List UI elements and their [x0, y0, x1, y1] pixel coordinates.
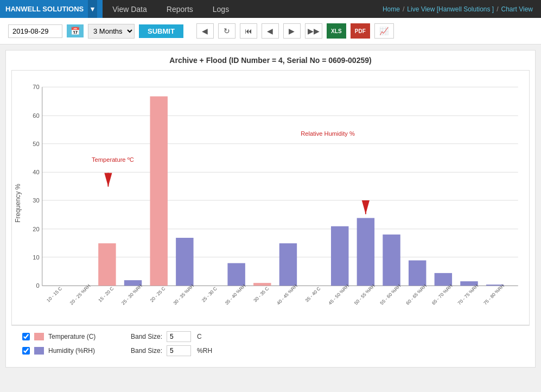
- svg-text:20 - 25 %RH: 20 - 25 %RH: [69, 283, 92, 306]
- svg-text:15 - 20 C: 15 - 20 C: [97, 286, 114, 303]
- svg-text:Frequency %: Frequency %: [14, 184, 22, 223]
- date-input[interactable]: [8, 24, 62, 38]
- svg-text:70: 70: [33, 84, 39, 90]
- humidity-unit: %RH: [197, 347, 212, 355]
- svg-text:45 - 50 %RH: 45 - 50 %RH: [327, 283, 350, 306]
- brand-button[interactable]: HANWELL SOLUTIONS ▾: [0, 0, 103, 18]
- last-button[interactable]: ▶▶: [305, 23, 322, 39]
- svg-text:10 - 15 C: 10 - 15 C: [46, 286, 63, 303]
- chart-type-button[interactable]: 📈: [374, 23, 394, 39]
- bar-50-55rh: [357, 218, 374, 286]
- temp-annotation: Temperature ºC: [92, 156, 134, 163]
- first-button[interactable]: ⏮: [240, 23, 257, 39]
- nav-view-data[interactable]: View Data: [103, 0, 157, 18]
- svg-text:60 - 65 %RH: 60 - 65 %RH: [405, 283, 428, 306]
- bar-45-50rh: [331, 226, 348, 286]
- bar-60-65rh: [409, 261, 426, 286]
- brand-label: HANWELL SOLUTIONS: [5, 5, 84, 13]
- svg-text:20: 20: [33, 226, 39, 232]
- bar-35-40rh: [227, 263, 245, 286]
- svg-text:50: 50: [33, 141, 39, 147]
- humidity-band-input[interactable]: [167, 345, 191, 356]
- back-button[interactable]: ◀: [196, 23, 214, 39]
- prev-button[interactable]: ◀: [262, 23, 279, 39]
- legend-humidity: Humidity (%RH) Band Size: %RH: [22, 345, 519, 356]
- pdf-button[interactable]: PDF: [351, 23, 370, 39]
- chart-title: Archive + Flood (ID Number = 4, Serial N…: [11, 56, 530, 65]
- svg-text:50 - 55 %RH: 50 - 55 %RH: [353, 283, 376, 306]
- svg-text:30 - 35 C: 30 - 35 C: [252, 286, 270, 303]
- bar-20-25c: [150, 96, 167, 286]
- temperature-color: [34, 333, 44, 340]
- humidity-annotation: Relative Humidity %: [301, 130, 355, 137]
- bar-15-20c: [98, 243, 116, 286]
- temperature-label: Temperature (C): [48, 333, 124, 340]
- brand-dropdown-arrow[interactable]: ▾: [88, 0, 97, 18]
- svg-text:30 - 35 %RH: 30 - 35 %RH: [172, 283, 195, 306]
- temperature-band-label: Band Size:: [131, 333, 162, 340]
- svg-text:75 - 80 %RH: 75 - 80 %RH: [482, 283, 505, 306]
- legend-area: Temperature (C) Band Size: C Humidity (%…: [11, 325, 530, 362]
- svg-text:25 - 30 C: 25 - 30 C: [201, 286, 218, 303]
- main-content: Archive + Flood (ID Number = 4, Serial N…: [5, 50, 536, 368]
- bar-30-35rh: [176, 238, 193, 286]
- svg-text:30: 30: [33, 197, 39, 204]
- svg-text:10: 10: [33, 254, 39, 261]
- svg-text:65 - 70 %RH: 65 - 70 %RH: [431, 283, 454, 306]
- bar-30-35c: [253, 283, 271, 286]
- legend-temperature: Temperature (C) Band Size: C: [22, 331, 519, 342]
- chart-svg: Frequency % 0 10 20 30: [12, 71, 529, 325]
- refresh-button[interactable]: ↻: [218, 23, 236, 39]
- breadcrumb-live-view[interactable]: Live View [Hanwell Solutions ]: [407, 5, 494, 13]
- svg-text:60: 60: [33, 112, 39, 119]
- svg-text:35 - 40 C: 35 - 40 C: [304, 286, 321, 303]
- excel-button[interactable]: XLS: [327, 23, 346, 39]
- top-navigation: HANWELL SOLUTIONS ▾ View Data Reports Lo…: [0, 0, 541, 18]
- humidity-color: [34, 347, 44, 355]
- bar-55-60rh: [383, 235, 400, 286]
- humidity-band-label: Band Size:: [131, 347, 162, 355]
- toolbar: 📅 1 Week 2 Weeks 1 Month 3 Months 6 Mont…: [0, 18, 541, 45]
- submit-button[interactable]: SUBMIT: [139, 24, 183, 38]
- chart-container: Frequency % 0 10 20 30: [11, 70, 530, 325]
- temperature-checkbox[interactable]: [22, 333, 30, 340]
- calendar-button[interactable]: 📅: [67, 24, 84, 37]
- nav-logs[interactable]: Logs: [203, 0, 239, 18]
- temperature-unit: C: [197, 333, 202, 340]
- svg-text:25 - 30 %RH: 25 - 30 %RH: [120, 283, 143, 306]
- breadcrumb-home[interactable]: Home: [383, 5, 400, 13]
- next-button[interactable]: ▶: [283, 23, 301, 39]
- nav-reports[interactable]: Reports: [157, 0, 203, 18]
- humidity-checkbox[interactable]: [22, 347, 30, 355]
- svg-text:70 - 75 %RH: 70 - 75 %RH: [456, 283, 479, 306]
- breadcrumb-chart-view: Chart View: [501, 5, 533, 13]
- svg-text:40: 40: [33, 169, 39, 175]
- humidity-label: Humidity (%RH): [48, 347, 124, 355]
- svg-text:0: 0: [36, 282, 39, 289]
- temperature-band-input[interactable]: [167, 331, 191, 342]
- y-axis: Frequency % 0 10 20 30: [14, 84, 518, 289]
- bar-40-45rh: [279, 243, 297, 286]
- svg-text:55 - 60 %RH: 55 - 60 %RH: [379, 283, 402, 306]
- period-select[interactable]: 1 Week 2 Weeks 1 Month 3 Months 6 Months…: [88, 24, 135, 39]
- svg-text:40 - 45 %RH: 40 - 45 %RH: [276, 283, 298, 306]
- nav-links: View Data Reports Logs: [103, 0, 239, 18]
- svg-text:20 - 25 C: 20 - 25 C: [149, 286, 167, 303]
- breadcrumb: Home / Live View [Hanwell Solutions ] / …: [383, 5, 541, 13]
- svg-text:35 - 40 %RH: 35 - 40 %RH: [224, 283, 247, 306]
